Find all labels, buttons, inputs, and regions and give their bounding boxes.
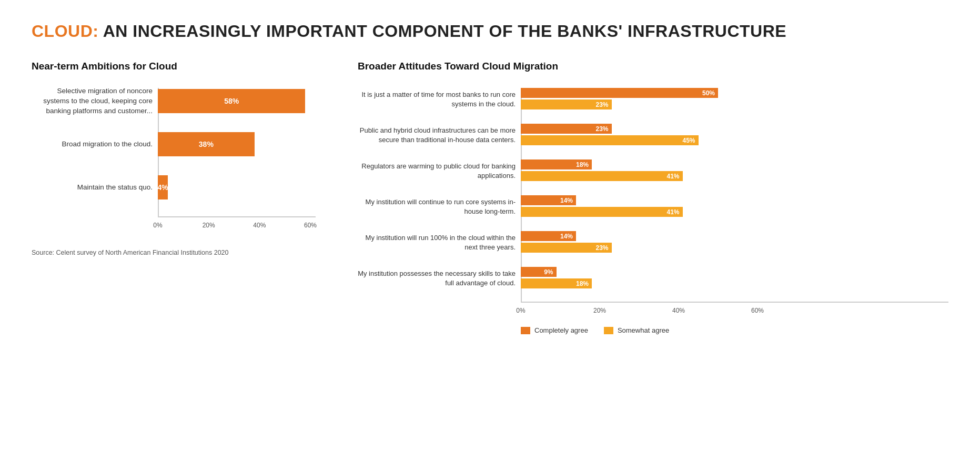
right-bar-label: My institution will continue to run core… xyxy=(358,197,516,216)
left-bar-wrap: 58% xyxy=(158,89,310,113)
left-bar-label: Maintain the status quo. xyxy=(32,183,153,193)
right-bars-inner: 9% 18% xyxy=(521,267,948,288)
left-bar-wrap: 4% xyxy=(158,175,310,199)
title-rest: AN INCREASINGLY IMPORTANT COMPONENT OF T… xyxy=(98,22,786,41)
left-x-tick: 0% xyxy=(153,222,162,229)
right-bars-inner: 14% 23% xyxy=(521,231,948,253)
right-x-tick: 20% xyxy=(593,307,606,314)
left-bars: Selective migration of noncore systems t… xyxy=(158,88,316,201)
right-bar-fill-somewhat: 41% xyxy=(521,207,683,217)
right-x-tick: 60% xyxy=(751,307,764,314)
right-x-axis xyxy=(521,302,948,303)
left-bar-label: Selective migration of noncore systems t… xyxy=(32,86,153,116)
right-bar-somewhat: 23% xyxy=(521,99,948,109)
right-bar-fill-somewhat: 23% xyxy=(521,99,612,109)
right-bar-completely: 14% xyxy=(521,195,948,205)
right-x-tick: 0% xyxy=(516,307,525,314)
left-x-ticks: 0%20%40%60% xyxy=(32,222,316,232)
left-bar-row: Broad migration to the cloud. 38% xyxy=(158,131,316,157)
left-panel: Near-term Ambitions for Cloud Selective … xyxy=(32,60,316,256)
charts-row: Near-term Ambitions for Cloud Selective … xyxy=(32,60,948,334)
right-bar-completely: 50% xyxy=(521,88,948,98)
left-bar-row: Maintain the status quo. 4% xyxy=(158,174,316,201)
right-bar-fill-completely: 23% xyxy=(521,124,612,134)
right-bar-fill-somewhat: 18% xyxy=(521,278,592,288)
right-bar-row: It is just a matter of time for most ban… xyxy=(521,88,948,111)
right-bar-fill-somewhat: 23% xyxy=(521,243,612,253)
right-bar-fill-completely: 18% xyxy=(521,159,592,169)
left-x-tick: 20% xyxy=(203,222,215,229)
right-x-tick: 40% xyxy=(672,307,685,314)
right-bar-label: Public and hybrid cloud infrastructures … xyxy=(358,126,516,145)
right-bar-fill-completely: 14% xyxy=(521,231,576,241)
right-bars-inner: 18% 41% xyxy=(521,159,948,181)
right-bar-fill-somewhat: 41% xyxy=(521,171,683,181)
right-bar-label: My institution will run 100% in the clou… xyxy=(358,233,516,252)
left-bar-row: Selective migration of noncore systems t… xyxy=(158,88,316,114)
right-bar-somewhat: 45% xyxy=(521,135,948,145)
legend-completely: Completely agree xyxy=(521,326,588,334)
right-bar-completely: 23% xyxy=(521,124,948,134)
right-section-title: Broader Attitudes Toward Cloud Migration xyxy=(358,60,948,73)
left-bar-fill: 58% xyxy=(158,89,305,113)
right-bar-fill-somewhat: 45% xyxy=(521,135,699,145)
legend-label-somewhat: Somewhat agree xyxy=(618,326,669,334)
right-panel: Broader Attitudes Toward Cloud Migration… xyxy=(358,60,948,334)
right-bar-completely: 9% xyxy=(521,267,948,277)
page-title: CLOUD: AN INCREASINGLY IMPORTANT COMPONE… xyxy=(32,21,948,41)
right-bars: It is just a matter of time for most ban… xyxy=(521,88,948,290)
right-bar-completely: 18% xyxy=(521,159,948,169)
right-bar-row: Regulators are warming to public cloud f… xyxy=(521,159,948,183)
right-bars-inner: 23% 45% xyxy=(521,124,948,145)
legend-somewhat: Somewhat agree xyxy=(604,326,669,334)
right-bar-label: My institution possesses the necessary s… xyxy=(358,269,516,288)
right-bar-row: My institution will run 100% in the clou… xyxy=(521,231,948,254)
title-cloud-word: CLOUD: xyxy=(32,22,98,41)
left-x-tick: 60% xyxy=(304,222,317,229)
left-bar-fill: 4% xyxy=(158,175,168,199)
right-bar-fill-completely: 14% xyxy=(521,195,576,205)
right-x-ticks: 0%20%40%60% xyxy=(358,307,948,317)
right-bar-somewhat: 41% xyxy=(521,207,948,217)
right-bar-completely: 14% xyxy=(521,231,948,241)
right-bar-somewhat: 41% xyxy=(521,171,948,181)
right-bar-fill-completely: 9% xyxy=(521,267,557,277)
left-bar-label: Broad migration to the cloud. xyxy=(32,139,153,149)
source-text: Source: Celent survey of North American … xyxy=(32,249,316,256)
legend-swatch-somewhat xyxy=(604,327,613,334)
left-bar-wrap: 38% xyxy=(158,132,310,156)
legend-swatch-completely xyxy=(521,327,530,334)
left-bar-fill: 38% xyxy=(158,132,255,156)
legend: Completely agree Somewhat agree xyxy=(521,326,669,334)
right-bar-label: It is just a matter of time for most ban… xyxy=(358,90,516,109)
left-x-axis xyxy=(158,216,316,217)
left-chart: Selective migration of noncore systems t… xyxy=(32,88,316,238)
right-bar-somewhat: 18% xyxy=(521,278,948,288)
right-bar-row: My institution will continue to run core… xyxy=(521,195,948,218)
right-bar-label: Regulators are warming to public cloud f… xyxy=(358,162,516,181)
right-bar-row: My institution possesses the necessary s… xyxy=(521,267,948,290)
right-chart: It is just a matter of time for most ban… xyxy=(358,88,948,334)
right-bars-inner: 14% 41% xyxy=(521,195,948,217)
right-bar-somewhat: 23% xyxy=(521,243,948,253)
left-section-title: Near-term Ambitions for Cloud xyxy=(32,60,316,73)
left-x-tick: 40% xyxy=(253,222,266,229)
right-bar-row: Public and hybrid cloud infrastructures … xyxy=(521,124,948,147)
right-bars-inner: 50% 23% xyxy=(521,88,948,109)
legend-label-completely: Completely agree xyxy=(534,326,588,334)
right-bar-fill-completely: 50% xyxy=(521,88,718,98)
